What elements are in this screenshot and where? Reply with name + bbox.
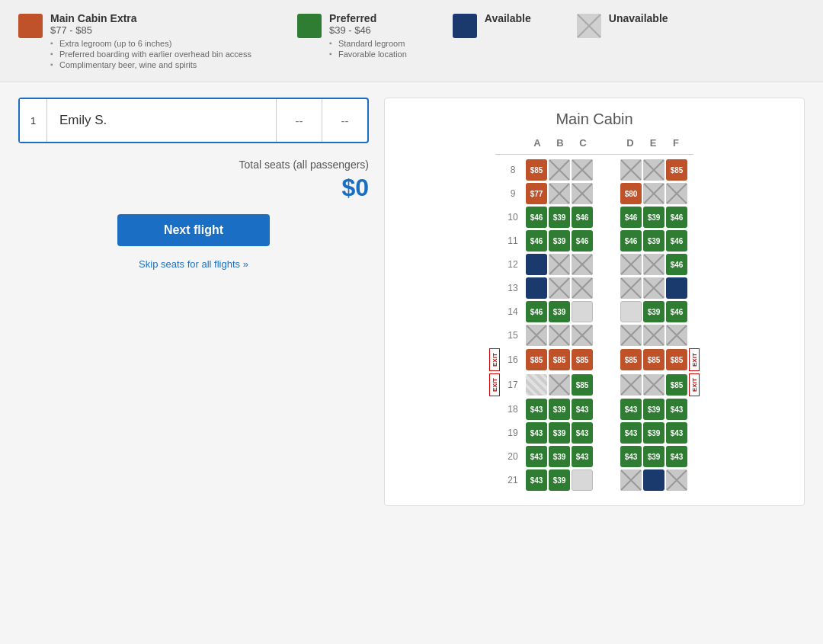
seat[interactable]: $43 bbox=[620, 446, 642, 467]
seat[interactable]: $43 bbox=[666, 422, 687, 444]
seat[interactable]: $85 bbox=[666, 374, 687, 396]
seat[interactable]: $80 bbox=[620, 183, 642, 204]
legend-item-preferred: Preferred $39 - $46 Standard legroomFavo… bbox=[297, 12, 407, 59]
seat[interactable]: $46 bbox=[620, 207, 642, 228]
next-flight-button[interactable]: Next flight bbox=[117, 214, 270, 246]
row-number: 13 bbox=[501, 283, 524, 293]
seat[interactable]: $85 bbox=[572, 374, 593, 396]
totals-price: $0 bbox=[18, 174, 369, 202]
seat[interactable]: $43 bbox=[620, 399, 642, 420]
seat[interactable]: $85 bbox=[549, 349, 570, 370]
seat[interactable]: $39 bbox=[643, 399, 664, 420]
row-number: 14 bbox=[501, 306, 524, 317]
seat[interactable]: $39 bbox=[643, 207, 664, 228]
col-header-B: B bbox=[549, 137, 571, 149]
seat bbox=[549, 277, 570, 299]
seat[interactable]: $39 bbox=[549, 207, 570, 228]
seat[interactable] bbox=[526, 277, 547, 299]
legend-title-available: Available bbox=[485, 12, 531, 24]
legend-bar: Main Cabin Extra $77 - $85 Extra legroom… bbox=[0, 0, 823, 82]
seat bbox=[620, 469, 642, 491]
seat-map-title: Main Cabin bbox=[394, 111, 795, 128]
seat bbox=[666, 183, 687, 204]
seat[interactable]: $46 bbox=[666, 207, 687, 228]
seat[interactable]: $39 bbox=[549, 422, 570, 444]
seat[interactable]: $85 bbox=[643, 349, 664, 370]
seat[interactable]: $85 bbox=[526, 349, 547, 370]
seat[interactable]: $43 bbox=[572, 446, 593, 467]
skip-seats-link[interactable]: Skip seats for all flights » bbox=[18, 258, 369, 270]
seat[interactable]: $85 bbox=[572, 349, 593, 370]
seat[interactable]: $39 bbox=[643, 446, 664, 467]
seat bbox=[572, 325, 593, 346]
seat[interactable]: $43 bbox=[572, 422, 593, 444]
col-header-E: E bbox=[642, 137, 664, 149]
seat bbox=[666, 469, 687, 491]
seat bbox=[526, 325, 547, 346]
seat[interactable]: $39 bbox=[549, 469, 570, 491]
seat[interactable]: $39 bbox=[549, 301, 570, 322]
seat bbox=[620, 254, 642, 275]
seat bbox=[572, 469, 593, 491]
seat[interactable]: $46 bbox=[526, 207, 547, 228]
seat[interactable]: $39 bbox=[549, 399, 570, 420]
seat bbox=[666, 325, 687, 346]
row-number: 8 bbox=[501, 165, 524, 175]
seat[interactable]: $46 bbox=[666, 254, 687, 275]
seat[interactable]: $85 bbox=[666, 159, 687, 181]
seat[interactable] bbox=[643, 469, 664, 491]
seat[interactable]: $43 bbox=[572, 399, 593, 420]
seat[interactable]: $77 bbox=[526, 183, 547, 204]
legend-feature: Favorable location bbox=[329, 50, 407, 59]
passenger-box[interactable]: 1 Emily S. -- -- bbox=[18, 98, 369, 143]
seat[interactable]: $43 bbox=[526, 399, 547, 420]
seat[interactable]: $46 bbox=[666, 230, 687, 252]
seat[interactable]: $43 bbox=[666, 446, 687, 467]
seat[interactable]: $46 bbox=[666, 301, 687, 322]
seat-row: 13 bbox=[489, 277, 700, 299]
seat bbox=[643, 159, 664, 181]
seat bbox=[643, 374, 664, 396]
seat[interactable] bbox=[526, 254, 547, 275]
passenger-seat-1: -- bbox=[276, 99, 322, 142]
seat[interactable]: $39 bbox=[643, 422, 664, 444]
seat-row: 12$46 bbox=[489, 254, 700, 275]
seat[interactable]: $39 bbox=[643, 230, 664, 252]
seat-map-container[interactable]: Main Cabin ABCDEF8$85$859$77$8010$46$39$… bbox=[384, 98, 805, 506]
seat[interactable]: $39 bbox=[549, 446, 570, 467]
seat-map-grid: ABCDEF8$85$859$77$8010$46$39$46$46$39$46… bbox=[394, 137, 795, 493]
seat[interactable]: $39 bbox=[643, 301, 664, 322]
passenger-number: 1 bbox=[20, 99, 47, 142]
seat[interactable]: $43 bbox=[526, 469, 547, 491]
seat[interactable]: $43 bbox=[526, 446, 547, 467]
seat[interactable]: $85 bbox=[620, 349, 642, 370]
seat[interactable]: $46 bbox=[526, 230, 547, 252]
row-number: 21 bbox=[501, 475, 524, 485]
legend-item-available: Available bbox=[453, 12, 531, 38]
col-headers-row: ABCDEF bbox=[490, 137, 699, 149]
seat bbox=[572, 254, 593, 275]
seat-row: 8$85$85 bbox=[489, 159, 700, 181]
row-number: 20 bbox=[501, 451, 524, 462]
seat-row: 18$43$39$43$43$39$43 bbox=[489, 399, 700, 420]
seat[interactable]: $39 bbox=[549, 230, 570, 252]
seat[interactable]: $85 bbox=[526, 159, 547, 181]
seat[interactable]: $43 bbox=[666, 399, 687, 420]
totals-label: Total seats (all passengers) bbox=[18, 159, 369, 171]
seat bbox=[620, 277, 642, 299]
seat[interactable]: $46 bbox=[526, 301, 547, 322]
row-number: 12 bbox=[501, 259, 524, 270]
legend-title-unavailable: Unavailable bbox=[609, 12, 668, 24]
exit-label-right: EXIT bbox=[689, 348, 700, 371]
seat[interactable]: $43 bbox=[620, 422, 642, 444]
seat[interactable]: $46 bbox=[620, 230, 642, 252]
seat bbox=[549, 159, 570, 181]
seat[interactable]: $85 bbox=[666, 349, 687, 370]
seat bbox=[572, 301, 593, 322]
seat[interactable]: $43 bbox=[526, 422, 547, 444]
seat[interactable]: $46 bbox=[572, 207, 593, 228]
seat[interactable]: $46 bbox=[572, 230, 593, 252]
legend-desc-main-cabin-extra: Extra legroom (up to 6 inches)Preferred … bbox=[50, 39, 251, 69]
seat[interactable] bbox=[666, 277, 687, 299]
seat bbox=[620, 325, 642, 346]
